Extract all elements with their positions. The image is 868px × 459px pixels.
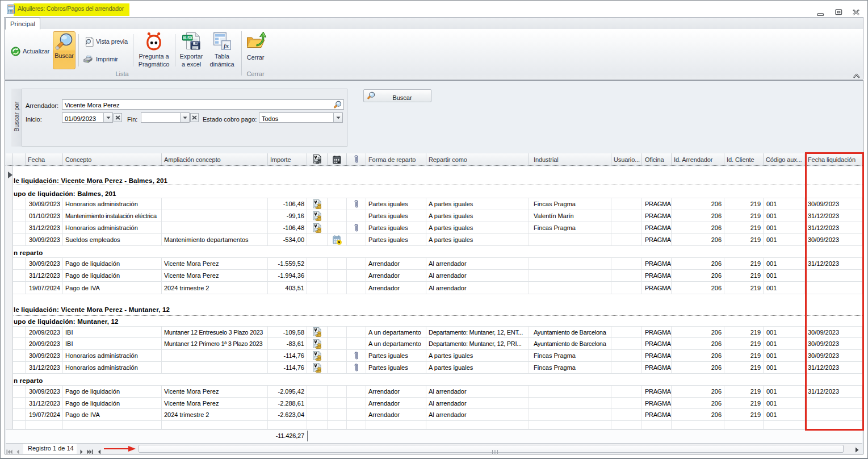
svg-text:XLSX: XLSX [183, 36, 192, 40]
svg-text:fx: fx [224, 42, 229, 49]
